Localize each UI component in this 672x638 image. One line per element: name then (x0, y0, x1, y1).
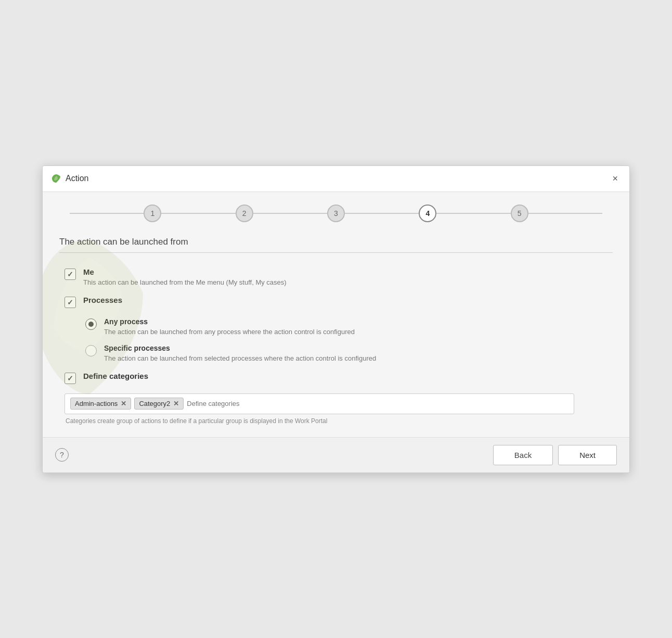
tag-category2: Category2 ✕ (134, 398, 184, 410)
me-option-row: ✓ Me This action can be launched from th… (59, 267, 613, 286)
help-button[interactable]: ? (55, 448, 69, 462)
content-area: 1 2 3 4 5 The action can be launched fro… (43, 192, 629, 437)
define-categories-label-group: Define categories (83, 372, 148, 380)
processes-option-row: ✓ Processes (59, 296, 613, 308)
stepper-line-2 (253, 213, 327, 214)
specific-processes-radio[interactable] (85, 345, 97, 356)
any-process-label-group: Any process The action can be launched f… (104, 317, 355, 336)
define-categories-checkbox[interactable]: ✓ (64, 373, 76, 384)
tag-category2-label: Category2 (139, 400, 170, 407)
stepper: 1 2 3 4 5 (59, 205, 613, 222)
section-divider (59, 252, 613, 253)
back-button[interactable]: Back (493, 445, 553, 465)
title-bar-left: Action (51, 173, 88, 184)
define-categories-checkmark: ✓ (67, 375, 73, 382)
processes-sub-options: Any process The action can be launched f… (59, 317, 613, 362)
define-categories-label: Define categories (83, 372, 148, 380)
app-icon (51, 173, 61, 184)
me-label: Me (83, 267, 287, 276)
any-process-label: Any process (104, 317, 355, 326)
any-process-radio-inner (88, 322, 94, 327)
dialog-title: Action (66, 174, 88, 183)
footer-right: Back Next (493, 445, 617, 465)
footer-left: ? (55, 448, 69, 462)
step-1[interactable]: 1 (144, 205, 161, 222)
stepper-line-3 (345, 213, 419, 214)
any-process-row: Any process The action can be launched f… (85, 317, 613, 336)
me-checkbox[interactable]: ✓ (64, 269, 76, 280)
define-categories-option-row: ✓ Define categories (59, 372, 613, 384)
processes-label: Processes (83, 296, 122, 304)
me-label-group: Me This action can be launched from the … (83, 267, 287, 286)
tag-admin-actions-label: Admin-actions (75, 400, 118, 407)
specific-processes-label-group: Specific processes The action can be lau… (104, 344, 376, 362)
dialog: Action × 1 2 3 4 5 The action can be lau… (42, 165, 630, 473)
categories-text-input[interactable] (187, 400, 568, 407)
tag-admin-actions: Admin-actions ✕ (70, 398, 131, 410)
step-3[interactable]: 3 (327, 205, 345, 222)
processes-checkbox[interactable]: ✓ (64, 297, 76, 308)
categories-section: Admin-actions ✕ Category2 ✕ Categories c… (59, 393, 613, 425)
step-4[interactable]: 4 (419, 205, 436, 222)
section-title: The action can be launched from (59, 237, 613, 247)
stepper-line-0 (70, 213, 144, 214)
specific-processes-row: Specific processes The action can be lau… (85, 344, 613, 362)
stepper-line-1 (161, 213, 235, 214)
me-checkmark: ✓ (67, 271, 73, 278)
processes-label-group: Processes (83, 296, 122, 304)
stepper-line-4 (436, 213, 510, 214)
me-description: This action can be launched from the Me … (83, 278, 287, 286)
close-button[interactable]: × (609, 172, 621, 185)
title-bar: Action × (43, 166, 629, 192)
specific-processes-description: The action can be launched from selected… (104, 354, 376, 362)
footer: ? Back Next (43, 437, 629, 473)
any-process-radio[interactable] (85, 318, 97, 330)
categories-input-box[interactable]: Admin-actions ✕ Category2 ✕ (64, 393, 574, 414)
tag-admin-actions-remove[interactable]: ✕ (121, 400, 126, 407)
tag-category2-remove[interactable]: ✕ (173, 400, 179, 407)
next-button[interactable]: Next (558, 445, 617, 465)
processes-checkmark: ✓ (67, 299, 73, 306)
step-5[interactable]: 5 (511, 205, 528, 222)
specific-processes-label: Specific processes (104, 344, 376, 352)
any-process-description: The action can be launched from any proc… (104, 328, 355, 336)
stepper-line-5 (528, 213, 602, 214)
step-2[interactable]: 2 (236, 205, 253, 222)
categories-help-text: Categories create group of actions to de… (64, 417, 613, 425)
